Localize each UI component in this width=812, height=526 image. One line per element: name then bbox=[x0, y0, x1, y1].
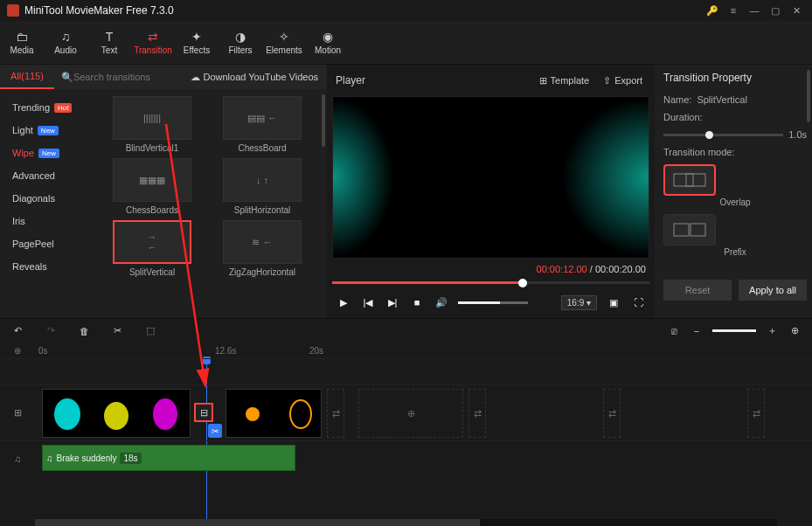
undo-button[interactable]: ↶ bbox=[10, 324, 24, 338]
player-panel: Player ⊞Template ⇧Export 00:00:12.00 / 0… bbox=[327, 65, 655, 318]
category-diagonals[interactable]: Diagonals bbox=[0, 187, 96, 210]
time-current: 00:00:12.00 bbox=[537, 264, 587, 274]
zoom-in-button[interactable]: ＋ bbox=[765, 324, 779, 338]
delete-button[interactable]: 🗑 bbox=[77, 324, 91, 338]
zoom-out-button[interactable]: − bbox=[690, 324, 704, 338]
audio-track-icon: ♫ bbox=[0, 453, 35, 464]
category-pagepeel[interactable]: PagePeel bbox=[0, 232, 96, 255]
svg-point-5 bbox=[54, 398, 80, 430]
svg-point-9 bbox=[153, 398, 177, 430]
menu-icon[interactable]: ≡ bbox=[725, 2, 742, 19]
split-button[interactable]: ✂ bbox=[110, 324, 124, 338]
scissor-icon[interactable]: ✂ bbox=[208, 424, 222, 438]
minimize-button[interactable]: — bbox=[746, 2, 763, 19]
effects-icon: ✦ bbox=[190, 31, 204, 43]
template-icon: ⊞ bbox=[539, 75, 547, 87]
transition-splitvertical[interactable]: →←SplitVertical bbox=[100, 220, 205, 277]
transition-badge[interactable]: ⊟ bbox=[194, 403, 213, 422]
key-icon[interactable]: 🔑 bbox=[704, 2, 721, 19]
search-input[interactable] bbox=[73, 72, 170, 82]
mode-overlap[interactable] bbox=[663, 164, 716, 196]
property-panel: Transition Property Name:SplitVertical D… bbox=[655, 65, 812, 318]
transition-splithorizontal[interactable]: ↓ ↑SplitHorizontal bbox=[210, 158, 315, 215]
category-trending[interactable]: TrendingHot bbox=[0, 96, 96, 119]
category-reveals[interactable]: Reveals bbox=[0, 255, 96, 278]
property-title: Transition Property bbox=[663, 72, 807, 84]
duration-slider[interactable] bbox=[663, 134, 783, 136]
next-button[interactable]: ▶| bbox=[385, 294, 400, 310]
play-button[interactable]: ▶ bbox=[336, 294, 351, 310]
audio-icon[interactable]: ⎚ bbox=[667, 324, 681, 338]
transition-grid: |||||||BlindVertical1 ▤▤ ←ChessBoard ▦▦▦… bbox=[96, 89, 327, 318]
aspect-select[interactable]: 16:9 ▾ bbox=[561, 295, 597, 310]
transition-blindvertical1[interactable]: |||||||BlindVertical1 bbox=[100, 96, 205, 153]
stop-button[interactable]: ■ bbox=[409, 294, 425, 310]
category-iris[interactable]: Iris bbox=[0, 210, 96, 232]
template-button[interactable]: ⊞Template bbox=[532, 72, 597, 90]
duration-value: 1.0s bbox=[788, 129, 807, 140]
volume-slider[interactable] bbox=[458, 301, 528, 304]
track-video[interactable]: ⊞ ⊟ ✂ ⇄ ⊕ ⇄ ⇄ ⇄ bbox=[0, 384, 812, 440]
video-clip-2[interactable] bbox=[226, 389, 322, 438]
close-button[interactable]: ✕ bbox=[788, 2, 805, 19]
prev-button[interactable]: |◀ bbox=[360, 294, 376, 310]
transition-slot-4[interactable]: ⇄ bbox=[747, 389, 765, 438]
folder-icon: 🗀 bbox=[15, 31, 29, 43]
category-wipe[interactable]: WipeNew bbox=[0, 142, 96, 164]
music-icon: ♫ bbox=[59, 31, 73, 43]
zoom-fit-button[interactable]: ⊕ bbox=[788, 324, 802, 338]
nav-audio[interactable]: ♫Audio bbox=[44, 21, 87, 65]
category-advanced[interactable]: Advanced bbox=[0, 164, 96, 187]
transitions-panel: All(115) 🔍 ☁Download YouTube Videos Tren… bbox=[0, 65, 327, 318]
titlebar: MiniTool MovieMaker Free 7.3.0 🔑 ≡ — ▢ ✕ bbox=[0, 0, 812, 21]
grid-scrollbar[interactable] bbox=[322, 94, 325, 147]
video-track-icon: ⊞ bbox=[0, 407, 35, 419]
transition-icon: ⇄ bbox=[146, 31, 160, 43]
video-clip-1[interactable] bbox=[42, 389, 191, 438]
filters-icon: ◑ bbox=[233, 31, 247, 43]
nav-effects[interactable]: ✦Effects bbox=[175, 21, 219, 65]
nav-media[interactable]: 🗀Media bbox=[0, 21, 44, 65]
tab-all[interactable]: All(115) bbox=[0, 65, 54, 89]
timeline-ruler[interactable]: ⊕ 0s 12.6s 20s bbox=[0, 343, 812, 358]
nav-filters[interactable]: ◑Filters bbox=[219, 21, 262, 65]
crop-button[interactable]: ⬚ bbox=[143, 324, 157, 338]
seek-bar[interactable] bbox=[332, 276, 649, 290]
redo-button[interactable]: ↷ bbox=[44, 324, 58, 338]
export-button[interactable]: ⇧Export bbox=[596, 72, 649, 90]
reset-button[interactable]: Reset bbox=[663, 280, 732, 301]
mode-prefix[interactable] bbox=[663, 214, 716, 246]
zoom-slider[interactable] bbox=[712, 329, 756, 332]
nav-elements[interactable]: ✧Elements bbox=[262, 21, 306, 65]
transition-slot-1[interactable]: ⇄ bbox=[327, 389, 344, 438]
nav-text[interactable]: TText bbox=[87, 21, 131, 65]
audio-clip[interactable]: ♫ Brake suddenly 18s bbox=[42, 445, 295, 471]
timeline-scrollbar[interactable] bbox=[35, 519, 777, 526]
transition-chessboard[interactable]: ▤▤ ←ChessBoard bbox=[210, 96, 315, 153]
svg-rect-0 bbox=[674, 174, 693, 186]
transition-chessboards[interactable]: ▦▦▦ChessBoards bbox=[100, 158, 205, 215]
apply-all-button[interactable]: Apply to all bbox=[739, 280, 807, 301]
category-light[interactable]: LightNew bbox=[0, 119, 96, 142]
video-preview[interactable] bbox=[332, 96, 649, 259]
add-track-button[interactable]: ⊕ bbox=[0, 343, 35, 358]
svg-rect-2 bbox=[674, 224, 689, 236]
cloud-icon: ☁ bbox=[191, 72, 200, 83]
property-scrollbar[interactable] bbox=[807, 70, 810, 122]
maximize-button[interactable]: ▢ bbox=[767, 2, 784, 19]
download-youtube-button[interactable]: ☁Download YouTube Videos bbox=[182, 72, 328, 83]
nav-transition[interactable]: ⇄Transition bbox=[131, 21, 175, 65]
snapshot-button[interactable]: ▣ bbox=[606, 294, 621, 310]
track-audio[interactable]: ♫ ♫ Brake suddenly 18s bbox=[0, 440, 812, 475]
transition-slot-2[interactable]: ⇄ bbox=[468, 389, 486, 438]
track-overlay[interactable] bbox=[0, 358, 812, 384]
nav-motion[interactable]: ◉Motion bbox=[306, 21, 350, 65]
volume-icon[interactable]: 🔊 bbox=[434, 294, 449, 310]
main-navbar: 🗀Media ♫Audio TText ⇄Transition ✦Effects… bbox=[0, 21, 812, 65]
transition-slot-3[interactable]: ⇄ bbox=[603, 389, 621, 438]
timeline: ⊕ 0s 12.6s 20s ⊞ ⊟ ✂ ⇄ ⊕ ⇄ ⇄ ⇄ ♫ ♫ bbox=[0, 343, 812, 526]
fullscreen-button[interactable]: ⛶ bbox=[630, 294, 646, 310]
empty-slot[interactable]: ⊕ bbox=[358, 389, 463, 438]
svg-point-11 bbox=[246, 407, 260, 421]
transition-zigzaghorizontal[interactable]: ≋ ←ZigZagHorizontal bbox=[210, 220, 315, 277]
